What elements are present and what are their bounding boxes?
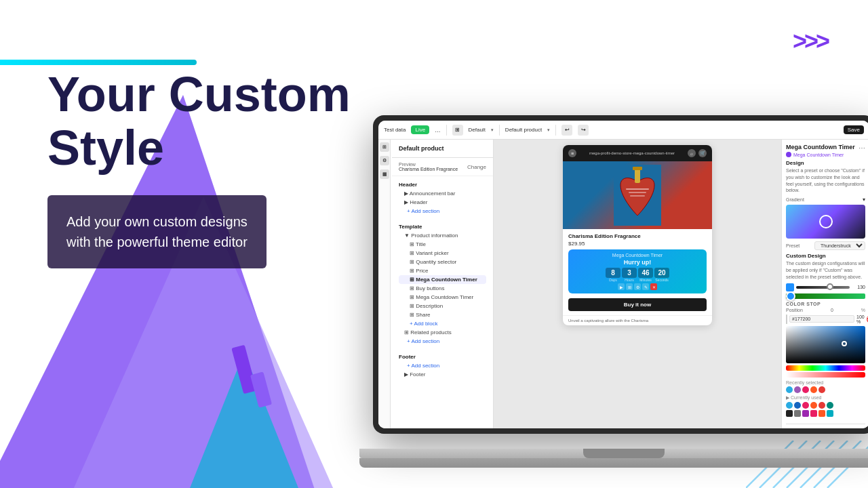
sidebar-item-related[interactable]: ⊞ Related products	[399, 328, 486, 337]
sidebar-icon-settings[interactable]: ⚙	[380, 156, 389, 165]
swatch-used-gray[interactable]	[794, 410, 801, 417]
sidebar-add-section-footer[interactable]: + Add section	[399, 361, 486, 370]
topbar-default: Default	[469, 127, 486, 133]
laptop-base-bottom	[359, 458, 868, 468]
swatch-used-orange2[interactable]	[818, 410, 825, 417]
cd-icon-4: ✎	[642, 283, 649, 290]
sidebar-item-product-info[interactable]: ▼ Product information	[399, 231, 486, 240]
rp-gradient-handle[interactable]	[786, 291, 795, 301]
swatch-purple[interactable]	[794, 386, 801, 393]
sidebar-icon-theme[interactable]: ▦	[380, 169, 389, 179]
countdown-hours-wrapper: 3 Hours	[622, 268, 637, 282]
sidebar-item-label: ⊞ Title	[410, 241, 426, 247]
countdown-days-value: 8	[606, 268, 620, 278]
sidebar-item-label: ⊞ Price	[410, 268, 428, 274]
rp-preset-label: Preset	[786, 243, 800, 248]
svg-rect-11	[629, 192, 646, 193]
rp-color-input-swatch[interactable]	[786, 314, 787, 324]
swatch-used-orange[interactable]	[810, 402, 817, 409]
swatch-used-pink[interactable]	[802, 402, 809, 409]
rp-preset-select[interactable]: Thunderstruck	[814, 241, 865, 250]
swatch-orange[interactable]	[810, 386, 817, 393]
swatch-used-pink2[interactable]	[810, 410, 817, 417]
sidebar-template-title: Template	[399, 221, 486, 231]
sidebar-item-label: ▶ Header	[404, 199, 427, 205]
preview-header-icons: ≡	[568, 149, 576, 157]
topbar-redo-icon[interactable]: ↪	[578, 125, 589, 136]
sidebar-item-header[interactable]: ▶ Header	[399, 198, 486, 207]
rp-currently-used-swatches-2	[786, 410, 865, 417]
rp-remove-gradient-btn[interactable]: ⊖ Remove gradient	[786, 427, 865, 428]
topbar-preview-icon[interactable]: ⊞	[452, 125, 463, 136]
countdown-hours-label: Hours	[625, 278, 633, 282]
sidebar-item-title[interactable]: ⊞ Title	[399, 240, 486, 249]
topbar-chevron: ▾	[491, 127, 494, 133]
sidebar-item-share[interactable]: ⊞ Share	[399, 310, 486, 319]
rp-hex-input[interactable]	[789, 315, 854, 323]
sidebar-item-label: ⊞ Description	[410, 303, 443, 309]
top-accent-bar	[0, 60, 197, 65]
swatch-used-cyan2[interactable]	[827, 410, 833, 417]
rp-color-picker-area[interactable]	[786, 326, 865, 363]
sidebar-preview-row: Preview Charisma Edition Fragrance Chang…	[392, 158, 493, 176]
countdown-minutes-label: Minutes	[639, 278, 652, 282]
sidebar-section-template: Template ▼ Product information ⊞ Title ⊞…	[392, 218, 493, 348]
sidebar-item-footer[interactable]: ▶ Footer	[399, 370, 486, 379]
topbar-live-button[interactable]: Live	[411, 125, 429, 134]
rp-pct-value: 100 %	[856, 314, 865, 324]
rp-position-value: 0	[831, 308, 833, 312]
rp-slider-thumb[interactable]	[827, 283, 833, 290]
countdown-minutes-wrapper: 46 Minutes	[638, 268, 653, 282]
topbar-save-button[interactable]: Save	[844, 125, 864, 134]
small-purple-accent	[231, 345, 256, 394]
preview-store-url: mega-profit-demo-store-mega-countdown-ti…	[576, 151, 688, 155]
rp-more-options[interactable]: ⋯	[859, 144, 865, 152]
sidebar-change-button[interactable]: Change	[467, 164, 486, 170]
topbar-undo-icon[interactable]: ↩	[561, 125, 572, 136]
sidebar-item-description[interactable]: ⊞ Description	[399, 302, 486, 310]
swatch-used-red[interactable]	[818, 402, 825, 409]
sidebar-add-block[interactable]: + Add block	[399, 319, 486, 328]
cd-icon-5: ✕	[650, 283, 657, 290]
sidebar-header-title: Header	[399, 179, 486, 189]
swatch-pink[interactable]	[802, 386, 809, 393]
countdown-plugin-label: Mega Countdown Timer	[572, 253, 703, 258]
rp-color-slider-row: 130	[786, 283, 865, 291]
menu-icon: ≡	[568, 149, 576, 157]
preview-product-name: Charisma Edition Fragrance	[568, 233, 707, 239]
rp-full-gradient-bar	[786, 293, 865, 299]
sidebar-item-announcement[interactable]: ▶ Announcement bar	[399, 189, 486, 198]
swatch-cyan[interactable]	[786, 386, 793, 393]
rp-currently-used-label: ▶ Currently used	[786, 395, 865, 401]
rp-plugin-title: Mega Countdown Timer	[786, 144, 855, 150]
product-image-svg	[614, 165, 661, 226]
sidebar-icon-home[interactable]: ⊞	[380, 142, 389, 152]
sidebar-item-countdown-2[interactable]: ⊞ Mega Countdown Timer	[399, 293, 486, 302]
swatch-used-blue[interactable]	[794, 402, 801, 409]
swatch-used-teal[interactable]	[827, 402, 833, 409]
rp-alpha-strip[interactable]	[786, 372, 865, 378]
sidebar-add-section-header[interactable]: + Add section	[399, 207, 486, 216]
sidebar-item-variant[interactable]: ⊞ Variant picker	[399, 249, 486, 258]
page-title: Your Custom Style	[47, 68, 387, 175]
countdown-action-icons: ▶ ⊞ ⚙ ✎ ✕	[572, 283, 703, 290]
buy-now-button[interactable]: Buy it now	[568, 298, 707, 311]
countdown-days-wrapper: 8 Days	[606, 268, 620, 282]
editor-right-panel: Mega Countdown Timer ⋯ Mega Countdown Ti…	[781, 140, 868, 428]
rp-slider-track[interactable]	[796, 286, 850, 289]
sidebar-item-quantity[interactable]: ⊞ Quantity selector	[399, 258, 486, 266]
rp-picker-circle[interactable]	[842, 341, 847, 346]
topbar-test-data: Test data	[384, 127, 406, 133]
swatch-used-black[interactable]	[786, 410, 793, 417]
sidebar-item-price[interactable]: ⊞ Price	[399, 266, 486, 275]
rp-color-swatch	[786, 283, 794, 291]
swatch-used-violet[interactable]	[802, 410, 809, 417]
swatch-used-cyan[interactable]	[786, 402, 793, 409]
sidebar-item-buy-buttons[interactable]: ⊞ Buy buttons	[399, 284, 486, 293]
sidebar-add-section-template[interactable]: + Add section	[399, 337, 486, 346]
sidebar-item-countdown[interactable]: ⊞ Mega Countdown Timer	[399, 275, 486, 284]
rp-hue-strip[interactable]	[786, 365, 865, 371]
svg-rect-8	[635, 168, 640, 183]
rp-gradient-chevron[interactable]: ▾	[863, 197, 865, 203]
swatch-red[interactable]	[818, 386, 825, 393]
